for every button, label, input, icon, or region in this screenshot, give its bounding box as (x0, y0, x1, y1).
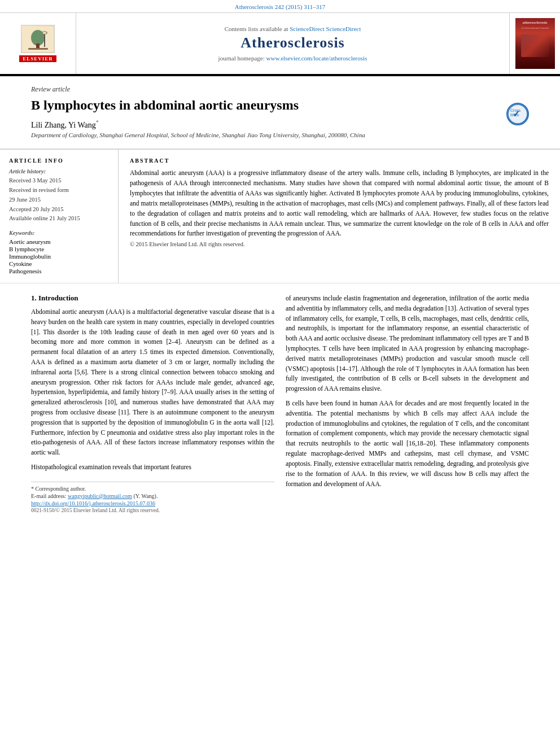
history-label: Article history: (9, 168, 109, 174)
contents-available-line: Contents lists available at ScienceDirec… (225, 25, 361, 32)
email-note: E-mail address: wangyipublic@hotmail.com… (31, 493, 274, 499)
article-type: Review article (31, 85, 529, 94)
corresponding-author-note: * Corresponding author. (31, 486, 274, 492)
keyword-4: Cytokine (9, 260, 109, 267)
sciencedirect-link[interactable]: ScienceDirect (290, 25, 325, 32)
journal-header: ELSEVIER Contents lists available at Sci… (0, 13, 560, 75)
article-affiliation: Department of Cardiology, Shanghai Gener… (31, 132, 495, 138)
email-link[interactable]: wangyipublic@hotmail.com (68, 493, 132, 499)
received-revised-label: Received in revised form (9, 186, 109, 195)
section-title-text: Introduction (38, 294, 78, 302)
keyword-2: B lymphocyte (9, 246, 109, 252)
homepage-link[interactable]: www.elsevier.com/locate/atherosclerosis (266, 55, 368, 62)
article-title: B lymphocytes in abdominal aortic aneury… (31, 97, 495, 113)
elsevier-tree-icon (21, 25, 55, 53)
body-right-column: of aneurysms include elastin fragmentati… (286, 294, 529, 513)
sciencedirect-link-text[interactable]: ScienceDirect (326, 25, 361, 32)
main-body: 1. Introduction Abdominal aortic aneurys… (0, 283, 560, 523)
journal-homepage: journal homepage: www.elsevier.com/locat… (218, 55, 368, 62)
article-authors: Lili Zhang, Yi Wang* (31, 119, 495, 130)
journal-title-area: Contents lists available at ScienceDirec… (76, 13, 509, 74)
journal-citation: Atherosclerosis 242 (2015) 311–317 (235, 3, 326, 10)
journal-cover-image: atherosclerosis An International Journal (515, 18, 555, 69)
abstract-copyright: © 2015 Elsevier Ireland Ltd. All rights … (130, 241, 549, 247)
elsevier-brand-text: ELSEVIER (19, 55, 56, 62)
journal-title: Atherosclerosis (240, 34, 344, 51)
abstract-text: Abdominal aortic aneurysm (AAA) is a pro… (130, 168, 549, 239)
footnote-area: * Corresponding author. E-mail address: … (31, 482, 274, 513)
accepted-date: Accepted 20 July 2015 (9, 206, 109, 214)
crossmark-area[interactable]: ✓ Cross Mark (506, 103, 529, 125)
abstract-column: ABSTRACT Abdominal aortic aneurysm (AAA)… (119, 150, 560, 282)
article-info-label: ARTICLE INFO (9, 158, 109, 164)
journal-cover-area: atherosclerosis An International Journal (509, 13, 560, 74)
received-date: Received 3 May 2015 (9, 177, 109, 185)
introduction-title: 1. Introduction (31, 294, 274, 303)
keyword-3: Immunoglobulin (9, 253, 109, 260)
svg-rect-3 (28, 48, 48, 50)
abstract-label: ABSTRACT (130, 158, 549, 164)
crossmark-icon[interactable]: ✓ Cross Mark (506, 103, 529, 125)
intro-paragraph-4: B cells have been found in human AAA for… (286, 399, 529, 489)
intro-paragraph-2: Histopathological examination reveals th… (31, 462, 274, 473)
cover-text: atherosclerosis An International Journal (521, 20, 549, 57)
intro-paragraph-3: of aneurysms include elastin fragmentati… (286, 294, 529, 394)
available-date: Available online 21 July 2015 (9, 215, 109, 223)
keywords-section: Keywords: Aortic aneurysm B lymphocyte I… (9, 230, 109, 274)
svg-text:Cross: Cross (510, 108, 521, 112)
doi-link[interactable]: http://dx.doi.org/10.1016/j.atherosclero… (31, 500, 274, 506)
body-left-column: 1. Introduction Abdominal aortic aneurys… (31, 294, 274, 513)
article-info-column: ARTICLE INFO Article history: Received 3… (0, 150, 119, 282)
svg-point-6 (43, 32, 46, 34)
corresponding-author-mark: * (96, 119, 99, 125)
elsevier-logo-area: ELSEVIER (0, 13, 76, 74)
keyword-1: Aortic aneurysm (9, 238, 109, 245)
intro-paragraph-1: Abdominal aortic aneurysm (AAA) is a mul… (31, 307, 274, 458)
svg-rect-4 (44, 33, 45, 47)
journal-citation-bar: Atherosclerosis 242 (2015) 311–317 (0, 0, 560, 13)
keywords-label: Keywords: (9, 230, 109, 236)
article-info-abstract-section: ARTICLE INFO Article history: Received 3… (0, 150, 560, 283)
keyword-5: Pathogenesis (9, 268, 109, 274)
article-header: Review article B lymphocytes in abdomina… (0, 76, 560, 149)
svg-text:Mark: Mark (510, 113, 519, 117)
license-text: 0021-9150/© 2015 Elsevier Ireland Ltd. A… (31, 508, 274, 513)
revised-date: 29 June 2015 (9, 196, 109, 204)
